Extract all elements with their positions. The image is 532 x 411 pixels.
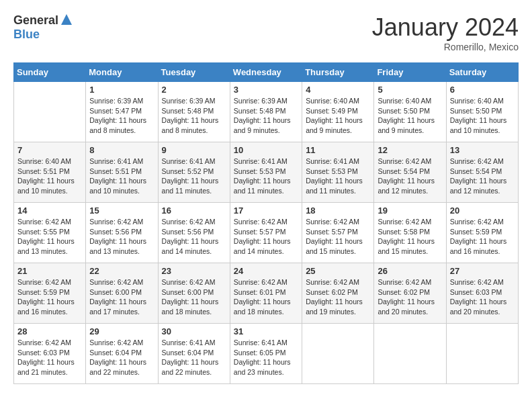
- calendar-header-sunday: Sunday: [14, 63, 86, 82]
- calendar-cell: 3Sunrise: 6:39 AMSunset: 5:48 PMDaylight…: [230, 82, 302, 142]
- calendar-week-5: 28Sunrise: 6:42 AMSunset: 6:03 PMDayligh…: [14, 324, 519, 384]
- calendar-week-2: 7Sunrise: 6:40 AMSunset: 5:51 PMDaylight…: [14, 142, 519, 203]
- calendar-cell: 17Sunrise: 6:42 AMSunset: 5:57 PMDayligh…: [230, 203, 302, 263]
- day-number: 3: [234, 85, 298, 95]
- day-info: Sunrise: 6:39 AMSunset: 5:48 PMDaylight:…: [234, 96, 298, 136]
- calendar-header-wednesday: Wednesday: [230, 63, 302, 82]
- day-number: 6: [450, 85, 515, 95]
- calendar-cell: 18Sunrise: 6:42 AMSunset: 5:57 PMDayligh…: [302, 203, 374, 263]
- calendar-cell: 26Sunrise: 6:42 AMSunset: 6:02 PMDayligh…: [374, 263, 446, 324]
- calendar-cell: 6Sunrise: 6:40 AMSunset: 5:50 PMDaylight…: [446, 82, 518, 142]
- calendar-cell: 29Sunrise: 6:42 AMSunset: 6:04 PMDayligh…: [86, 324, 158, 384]
- calendar-cell: 20Sunrise: 6:42 AMSunset: 5:59 PMDayligh…: [446, 203, 518, 263]
- calendar-cell: 11Sunrise: 6:41 AMSunset: 5:53 PMDayligh…: [302, 142, 374, 203]
- calendar-header-thursday: Thursday: [302, 63, 374, 82]
- day-number: 11: [306, 145, 370, 155]
- day-number: 28: [17, 326, 82, 336]
- day-number: 18: [306, 205, 370, 216]
- calendar-cell: [374, 324, 446, 384]
- calendar-cell: [14, 82, 86, 142]
- calendar-cell: 22Sunrise: 6:42 AMSunset: 6:00 PMDayligh…: [86, 263, 158, 324]
- day-info: Sunrise: 6:42 AMSunset: 5:56 PMDaylight:…: [89, 217, 154, 257]
- calendar-cell: 14Sunrise: 6:42 AMSunset: 5:55 PMDayligh…: [14, 203, 86, 263]
- day-info: Sunrise: 6:42 AMSunset: 6:03 PMDaylight:…: [450, 277, 515, 317]
- day-number: 12: [378, 145, 442, 155]
- calendar-table: SundayMondayTuesdayWednesdayThursdayFrid…: [13, 62, 519, 384]
- calendar-cell: 12Sunrise: 6:42 AMSunset: 5:54 PMDayligh…: [374, 142, 446, 203]
- day-info: Sunrise: 6:39 AMSunset: 5:48 PMDaylight:…: [162, 96, 226, 136]
- calendar-cell: 24Sunrise: 6:42 AMSunset: 6:01 PMDayligh…: [230, 263, 302, 324]
- calendar-cell: 8Sunrise: 6:41 AMSunset: 5:51 PMDaylight…: [86, 142, 158, 203]
- calendar-week-3: 14Sunrise: 6:42 AMSunset: 5:55 PMDayligh…: [14, 203, 519, 263]
- day-number: 31: [234, 326, 298, 336]
- day-info: Sunrise: 6:42 AMSunset: 5:54 PMDaylight:…: [450, 156, 515, 196]
- calendar-header-friday: Friday: [374, 63, 446, 82]
- day-info: Sunrise: 6:42 AMSunset: 5:59 PMDaylight:…: [450, 217, 515, 257]
- calendar-cell: [446, 324, 518, 384]
- day-number: 10: [234, 145, 298, 155]
- day-info: Sunrise: 6:42 AMSunset: 6:04 PMDaylight:…: [89, 338, 154, 377]
- month-title: January 2024: [372, 13, 519, 42]
- day-number: 17: [234, 205, 298, 216]
- day-number: 16: [162, 205, 226, 216]
- day-number: 23: [162, 266, 226, 276]
- day-info: Sunrise: 6:40 AMSunset: 5:50 PMDaylight:…: [378, 96, 442, 136]
- day-info: Sunrise: 6:41 AMSunset: 5:53 PMDaylight:…: [306, 156, 370, 196]
- day-number: 1: [89, 85, 154, 95]
- calendar-cell: 31Sunrise: 6:41 AMSunset: 6:05 PMDayligh…: [230, 324, 302, 384]
- logo: General Blue: [13, 13, 73, 42]
- day-info: Sunrise: 6:42 AMSunset: 5:57 PMDaylight:…: [234, 217, 298, 257]
- day-info: Sunrise: 6:42 AMSunset: 5:54 PMDaylight:…: [378, 156, 442, 196]
- day-number: 29: [89, 326, 154, 336]
- day-info: Sunrise: 6:42 AMSunset: 6:02 PMDaylight:…: [306, 277, 370, 317]
- day-info: Sunrise: 6:42 AMSunset: 5:58 PMDaylight:…: [378, 217, 442, 257]
- location-text: Romerillo, Mexico: [372, 42, 519, 52]
- day-info: Sunrise: 6:42 AMSunset: 6:03 PMDaylight:…: [17, 338, 82, 377]
- day-info: Sunrise: 6:39 AMSunset: 5:47 PMDaylight:…: [89, 96, 154, 136]
- day-info: Sunrise: 6:42 AMSunset: 5:57 PMDaylight:…: [306, 217, 370, 257]
- day-number: 20: [450, 205, 515, 216]
- day-info: Sunrise: 6:42 AMSunset: 5:59 PMDaylight:…: [17, 277, 82, 317]
- calendar-cell: 19Sunrise: 6:42 AMSunset: 5:58 PMDayligh…: [374, 203, 446, 263]
- day-info: Sunrise: 6:42 AMSunset: 5:56 PMDaylight:…: [162, 217, 226, 257]
- day-number: 30: [162, 326, 226, 336]
- calendar-cell: 15Sunrise: 6:42 AMSunset: 5:56 PMDayligh…: [86, 203, 158, 263]
- day-number: 22: [89, 266, 154, 276]
- calendar-cell: 4Sunrise: 6:40 AMSunset: 5:49 PMDaylight…: [302, 82, 374, 142]
- day-number: 7: [17, 145, 82, 155]
- page-header: General Blue January 2024 Romerillo, Mex…: [13, 13, 519, 52]
- calendar-header-saturday: Saturday: [446, 63, 518, 82]
- svg-marker-0: [61, 14, 72, 25]
- day-number: 13: [450, 145, 515, 155]
- calendar-header-row: SundayMondayTuesdayWednesdayThursdayFrid…: [14, 63, 519, 82]
- day-info: Sunrise: 6:41 AMSunset: 5:51 PMDaylight:…: [89, 156, 154, 196]
- day-number: 15: [89, 205, 154, 216]
- calendar-cell: 16Sunrise: 6:42 AMSunset: 5:56 PMDayligh…: [158, 203, 230, 263]
- day-number: 26: [378, 266, 442, 276]
- day-number: 8: [89, 145, 154, 155]
- day-number: 21: [17, 266, 82, 276]
- day-number: 24: [234, 266, 298, 276]
- logo-blue-text: Blue: [13, 28, 40, 42]
- day-number: 14: [17, 205, 82, 216]
- day-info: Sunrise: 6:40 AMSunset: 5:49 PMDaylight:…: [306, 96, 370, 136]
- day-info: Sunrise: 6:41 AMSunset: 6:05 PMDaylight:…: [234, 338, 298, 377]
- day-info: Sunrise: 6:41 AMSunset: 5:53 PMDaylight:…: [234, 156, 298, 196]
- day-info: Sunrise: 6:40 AMSunset: 5:50 PMDaylight:…: [450, 96, 515, 136]
- day-number: 4: [306, 85, 370, 95]
- title-area: January 2024 Romerillo, Mexico: [372, 13, 519, 52]
- day-number: 27: [450, 266, 515, 276]
- day-info: Sunrise: 6:40 AMSunset: 5:51 PMDaylight:…: [17, 156, 82, 196]
- day-info: Sunrise: 6:42 AMSunset: 6:01 PMDaylight:…: [234, 277, 298, 317]
- calendar-cell: 7Sunrise: 6:40 AMSunset: 5:51 PMDaylight…: [14, 142, 86, 203]
- day-info: Sunrise: 6:41 AMSunset: 6:04 PMDaylight:…: [162, 338, 226, 377]
- calendar-cell: 21Sunrise: 6:42 AMSunset: 5:59 PMDayligh…: [14, 263, 86, 324]
- calendar-cell: [302, 324, 374, 384]
- day-number: 25: [306, 266, 370, 276]
- calendar-cell: 30Sunrise: 6:41 AMSunset: 6:04 PMDayligh…: [158, 324, 230, 384]
- day-info: Sunrise: 6:42 AMSunset: 6:02 PMDaylight:…: [378, 277, 442, 317]
- calendar-cell: 10Sunrise: 6:41 AMSunset: 5:53 PMDayligh…: [230, 142, 302, 203]
- calendar-cell: 9Sunrise: 6:41 AMSunset: 5:52 PMDaylight…: [158, 142, 230, 203]
- calendar-header-monday: Monday: [86, 63, 158, 82]
- day-info: Sunrise: 6:42 AMSunset: 6:00 PMDaylight:…: [89, 277, 154, 317]
